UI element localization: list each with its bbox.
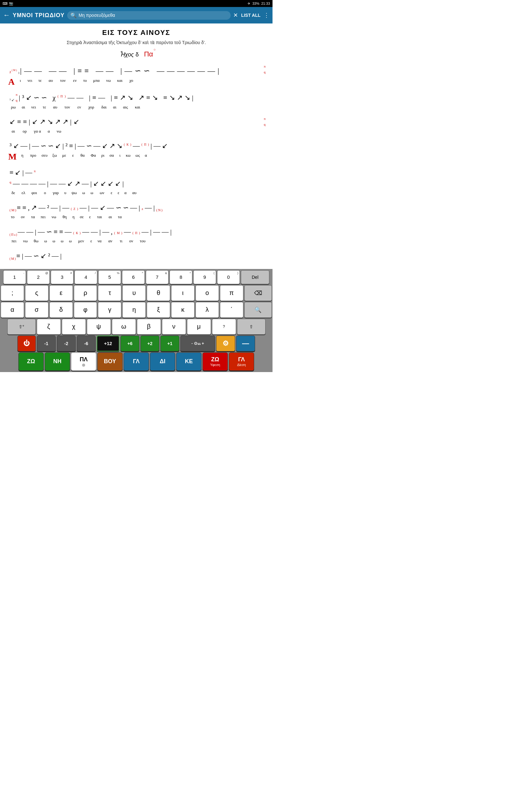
key-zo1[interactable]: ΖΩ [18,352,44,371]
echo-pa: Πα ○ [144,50,153,58]
key-minus-plus[interactable]: - ⊙₁₁ + [180,336,215,351]
key-ke[interactable]: ΚΕ [176,352,202,371]
key-search[interactable]: 🔍 [244,302,272,318]
key-shift-left[interactable]: ⇧° [7,319,36,335]
key-lambda[interactable]: λ [195,302,219,318]
key-shift-right[interactable]: ⇧ [237,319,266,335]
key-1[interactable]: -1 [3,270,26,284]
airplane-icon: ✈ [247,2,250,6]
back-button[interactable]: ← [3,11,10,19]
row-3: ⇧° ζ χ ψ ω β ν μ ? ⇧ [1,319,272,335]
close-search-button[interactable]: ✕ [233,12,238,19]
key-omicron[interactable]: ο [195,285,219,301]
battery-status: 33% [252,2,259,5]
key-zo-yfesi[interactable]: ΖΩΥφεση [203,352,228,371]
key-minus1[interactable]: -1 [37,336,56,351]
key-xi[interactable]: ξ [147,302,170,318]
app-title: ΥΜΝΟΙ ΤΡΙΩΔΙΟΥ [13,12,65,19]
key-minus6[interactable]: -6 [77,336,96,351]
key-plus6[interactable]: +6 [120,336,139,351]
key-chi[interactable]: χ [62,319,86,335]
search-box[interactable]: 🔍 [67,11,231,20]
key-alpha[interactable]: α [1,302,24,318]
key-vou[interactable]: ΒΟΥ [97,352,123,371]
key-8[interactable]: *8 [170,270,192,284]
echo-num: δ [135,51,139,58]
key-question[interactable]: ? [212,319,236,335]
key-sigma[interactable]: σ [25,302,49,318]
key-ni[interactable]: ΝΗ [45,352,70,371]
key-4[interactable]: /4 [74,270,97,284]
key-nu[interactable]: ν [162,319,186,335]
key-plus12[interactable]: +12 [97,336,119,351]
search-icon: 🔍 [70,12,77,18]
key-plus2[interactable]: +2 [140,336,159,351]
key-9[interactable]: (9 [193,270,216,284]
key-delta[interactable]: δ [49,302,73,318]
key-pi[interactable]: π [220,285,243,301]
key-ga1[interactable]: ΓΛ [124,352,149,371]
key-kappa[interactable]: κ [171,302,194,318]
key-gamma[interactable]: γ [98,302,121,318]
keyboard-icon: ⌨ [3,2,8,6]
key-7[interactable]: &7 [146,270,169,284]
key-del[interactable]: Del [241,270,269,284]
key-zeta[interactable]: ζ [37,319,61,335]
status-bar: ⌨ 📷 ✈ 33% 21:33 [0,0,273,7]
key-upsilon[interactable]: υ [122,285,146,301]
key-minus2[interactable]: -2 [57,336,76,351]
key-acute[interactable]: ΄ [220,302,243,318]
key-3[interactable]: #3 [51,270,73,284]
app-bar: ← ΥΜΝΟΙ ΤΡΙΩΔΙΟΥ 🔍 ✕ LIST ALL ⋮ [0,7,273,23]
key-ga-diesi[interactable]: ΓΛΔίεση [229,352,254,371]
key-beta[interactable]: β [137,319,161,335]
key-rho[interactable]: ρ [74,285,97,301]
key-6[interactable]: ^6 [122,270,145,284]
key-eta[interactable]: η [122,302,146,318]
key-0[interactable]: )0 [217,270,240,284]
key-tau[interactable]: τ [98,285,121,301]
time-display: 21:33 [261,2,270,5]
key-di[interactable]: ΔΙ [150,352,175,371]
list-all-button[interactable]: LIST ALL [241,13,261,18]
key-pa[interactable]: ΠΛ◎ [71,352,96,371]
keyboard: -1 @2 #3 /4 %5 ^6 &7 *8 (9 )0 Del ; ς ε … [0,269,273,372]
key-mu[interactable]: μ [187,319,211,335]
key-stigma[interactable]: ς [25,285,49,301]
row-2: α σ δ φ γ η ξ κ λ ΄ 🔍 [1,302,272,318]
num-row: -1 @2 #3 /4 %5 ^6 &7 *8 (9 )0 Del [1,270,272,284]
key-5[interactable]: %5 [98,270,121,284]
score-subtitle: Στιχηρὰ Ἀναστάσιμα τῆς Ὀκτωήχου δ' καὶ τ… [6,40,266,45]
key-blue-dash[interactable]: — [236,336,255,351]
bottom-keys: ΖΩ ΝΗ ΠΛ◎ ΒΟΥ ΓΛ ΔΙ ΚΕ ΖΩΥφεση ΓΛΔίεση [1,352,272,371]
search-input[interactable] [78,13,228,18]
special-row: ⏻ -1 -2 -6 +12 +6 +2 +1 - ⊙₁₁ + ⚙ — [1,336,272,351]
score-title: ΕΙΣ ΤΟΥΣ ΑΙΝΟΥΣ [6,29,266,37]
screenshot-icon: 📷 [9,2,13,6]
key-2[interactable]: @2 [27,270,50,284]
key-omega[interactable]: ω [112,319,136,335]
musical-score: χ(M) ³ |—— —— |≡≡ —— |—∽∽ ——————| πq Α ι… [6,65,266,261]
key-plus1[interactable]: +1 [160,336,179,351]
key-backspace[interactable]: ⌫ [244,285,272,301]
key-iota[interactable]: ι [171,285,194,301]
key-semicolon[interactable]: ; [1,285,24,301]
more-menu-button[interactable]: ⋮ [264,12,269,19]
score-area: ΕΙΣ ΤΟΥΣ ΑΙΝΟΥΣ Στιχηρὰ Ἀναστάσιμα τῆς Ὀ… [0,23,273,269]
key-psi[interactable]: ψ [87,319,111,335]
key-theta[interactable]: θ [147,285,170,301]
key-epsilon[interactable]: ε [49,285,73,301]
key-power[interactable]: ⏻ [17,336,36,351]
row-1: ; ς ε ρ τ υ θ ι ο π ⌫ [1,285,272,301]
echo-line: Ἦχος δ Πα ○ [6,50,266,58]
app-bar-actions: ✕ LIST ALL ⋮ [233,12,269,19]
key-gear[interactable]: ⚙ [216,336,235,351]
echo-label: Ἦχος [119,51,134,58]
key-phi[interactable]: φ [74,302,97,318]
